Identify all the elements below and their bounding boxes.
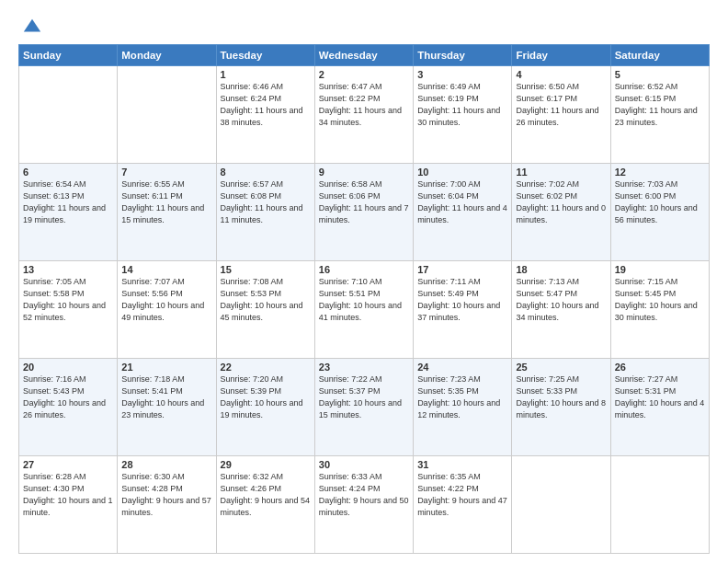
day-cell: 7Sunrise: 6:55 AMSunset: 6:11 PMDaylight… <box>118 164 216 261</box>
page: SundayMondayTuesdayWednesdayThursdayFrid… <box>0 0 728 563</box>
day-info: Sunrise: 6:32 AMSunset: 4:26 PMDaylight:… <box>221 471 311 519</box>
day-number: 19 <box>615 264 705 275</box>
day-info: Sunrise: 7:00 AMSunset: 6:04 PMDaylight:… <box>417 178 507 226</box>
day-info: Sunrise: 7:13 AMSunset: 5:47 PMDaylight:… <box>516 276 606 324</box>
day-cell: 12Sunrise: 7:03 AMSunset: 6:00 PMDayligh… <box>610 164 709 261</box>
day-cell: 16Sunrise: 7:10 AMSunset: 5:51 PMDayligh… <box>314 261 413 359</box>
weekday-header-row: SundayMondayTuesdayWednesdayThursdayFrid… <box>19 45 710 66</box>
logo-icon <box>22 17 42 37</box>
day-cell: 13Sunrise: 7:05 AMSunset: 5:58 PMDayligh… <box>19 261 118 359</box>
day-info: Sunrise: 7:02 AMSunset: 6:02 PMDaylight:… <box>516 178 606 226</box>
day-number: 2 <box>319 69 409 80</box>
day-cell: 1Sunrise: 6:46 AMSunset: 6:24 PMDaylight… <box>216 66 314 164</box>
day-number: 14 <box>121 264 211 275</box>
day-number: 16 <box>319 264 409 275</box>
day-cell: 22Sunrise: 7:20 AMSunset: 5:39 PMDayligh… <box>216 359 314 456</box>
day-number: 3 <box>417 69 507 80</box>
calendar-table: SundayMondayTuesdayWednesdayThursdayFrid… <box>18 44 710 554</box>
day-number: 12 <box>615 167 705 178</box>
weekday-header-monday: Monday <box>118 45 216 66</box>
day-number: 31 <box>417 459 507 470</box>
day-number: 7 <box>121 167 211 178</box>
week-row-1: 1Sunrise: 6:46 AMSunset: 6:24 PMDaylight… <box>19 66 710 164</box>
day-info: Sunrise: 7:27 AMSunset: 5:31 PMDaylight:… <box>615 373 705 421</box>
day-number: 20 <box>23 362 113 373</box>
day-cell: 20Sunrise: 7:16 AMSunset: 5:43 PMDayligh… <box>19 359 118 456</box>
svg-marker-0 <box>24 19 40 32</box>
day-number: 9 <box>319 167 409 178</box>
day-number: 27 <box>23 459 113 470</box>
day-number: 15 <box>221 264 311 275</box>
day-number: 4 <box>516 69 606 80</box>
header <box>18 17 710 35</box>
day-cell: 24Sunrise: 7:23 AMSunset: 5:35 PMDayligh… <box>414 359 512 456</box>
day-number: 13 <box>23 264 113 275</box>
day-number: 6 <box>23 167 113 178</box>
day-cell <box>19 66 118 164</box>
day-number: 28 <box>121 459 211 470</box>
day-cell: 11Sunrise: 7:02 AMSunset: 6:02 PMDayligh… <box>512 164 610 261</box>
day-info: Sunrise: 7:11 AMSunset: 5:49 PMDaylight:… <box>417 276 507 324</box>
day-info: Sunrise: 7:18 AMSunset: 5:41 PMDaylight:… <box>121 373 211 421</box>
day-number: 29 <box>221 459 311 470</box>
day-number: 23 <box>319 362 409 373</box>
day-number: 21 <box>121 362 211 373</box>
day-number: 5 <box>615 69 705 80</box>
day-cell <box>118 66 216 164</box>
week-row-2: 6Sunrise: 6:54 AMSunset: 6:13 PMDaylight… <box>19 164 710 261</box>
day-cell: 28Sunrise: 6:30 AMSunset: 4:28 PMDayligh… <box>118 456 216 554</box>
day-number: 18 <box>516 264 606 275</box>
day-number: 11 <box>516 167 606 178</box>
day-info: Sunrise: 7:20 AMSunset: 5:39 PMDaylight:… <box>221 373 311 421</box>
day-info: Sunrise: 6:50 AMSunset: 6:17 PMDaylight:… <box>516 81 606 129</box>
day-info: Sunrise: 6:47 AMSunset: 6:22 PMDaylight:… <box>319 81 409 129</box>
weekday-header-thursday: Thursday <box>414 45 512 66</box>
day-number: 22 <box>221 362 311 373</box>
day-cell: 3Sunrise: 6:49 AMSunset: 6:19 PMDaylight… <box>414 66 512 164</box>
day-info: Sunrise: 6:52 AMSunset: 6:15 PMDaylight:… <box>615 81 705 129</box>
day-info: Sunrise: 7:25 AMSunset: 5:33 PMDaylight:… <box>516 373 606 421</box>
day-info: Sunrise: 7:08 AMSunset: 5:53 PMDaylight:… <box>221 276 311 324</box>
day-info: Sunrise: 7:23 AMSunset: 5:35 PMDaylight:… <box>417 373 507 421</box>
week-row-4: 20Sunrise: 7:16 AMSunset: 5:43 PMDayligh… <box>19 359 710 456</box>
day-cell: 6Sunrise: 6:54 AMSunset: 6:13 PMDaylight… <box>19 164 118 261</box>
day-info: Sunrise: 6:33 AMSunset: 4:24 PMDaylight:… <box>319 471 409 519</box>
day-cell: 4Sunrise: 6:50 AMSunset: 6:17 PMDaylight… <box>512 66 610 164</box>
day-info: Sunrise: 7:16 AMSunset: 5:43 PMDaylight:… <box>23 373 113 421</box>
day-cell: 8Sunrise: 6:57 AMSunset: 6:08 PMDaylight… <box>216 164 314 261</box>
day-info: Sunrise: 7:22 AMSunset: 5:37 PMDaylight:… <box>319 373 409 421</box>
day-number: 25 <box>516 362 606 373</box>
day-number: 8 <box>221 167 311 178</box>
day-cell: 17Sunrise: 7:11 AMSunset: 5:49 PMDayligh… <box>414 261 512 359</box>
day-number: 10 <box>417 167 507 178</box>
weekday-header-friday: Friday <box>512 45 610 66</box>
day-info: Sunrise: 7:10 AMSunset: 5:51 PMDaylight:… <box>319 276 409 324</box>
day-cell: 21Sunrise: 7:18 AMSunset: 5:41 PMDayligh… <box>118 359 216 456</box>
day-cell: 29Sunrise: 6:32 AMSunset: 4:26 PMDayligh… <box>216 456 314 554</box>
day-cell: 18Sunrise: 7:13 AMSunset: 5:47 PMDayligh… <box>512 261 610 359</box>
day-info: Sunrise: 6:57 AMSunset: 6:08 PMDaylight:… <box>221 178 311 226</box>
day-info: Sunrise: 6:54 AMSunset: 6:13 PMDaylight:… <box>23 178 113 226</box>
day-info: Sunrise: 7:03 AMSunset: 6:00 PMDaylight:… <box>615 178 705 226</box>
day-info: Sunrise: 6:55 AMSunset: 6:11 PMDaylight:… <box>121 178 211 226</box>
day-info: Sunrise: 7:05 AMSunset: 5:58 PMDaylight:… <box>23 276 113 324</box>
day-number: 26 <box>615 362 705 373</box>
day-cell: 23Sunrise: 7:22 AMSunset: 5:37 PMDayligh… <box>314 359 413 456</box>
day-cell: 5Sunrise: 6:52 AMSunset: 6:15 PMDaylight… <box>610 66 709 164</box>
day-cell: 9Sunrise: 6:58 AMSunset: 6:06 PMDaylight… <box>314 164 413 261</box>
day-info: Sunrise: 7:15 AMSunset: 5:45 PMDaylight:… <box>615 276 705 324</box>
day-cell: 26Sunrise: 7:27 AMSunset: 5:31 PMDayligh… <box>610 359 709 456</box>
weekday-header-tuesday: Tuesday <box>216 45 314 66</box>
day-cell <box>512 456 610 554</box>
day-number: 24 <box>417 362 507 373</box>
logo <box>18 17 42 35</box>
day-info: Sunrise: 6:28 AMSunset: 4:30 PMDaylight:… <box>23 471 113 519</box>
day-info: Sunrise: 6:46 AMSunset: 6:24 PMDaylight:… <box>221 81 311 129</box>
week-row-5: 27Sunrise: 6:28 AMSunset: 4:30 PMDayligh… <box>19 456 710 554</box>
day-number: 1 <box>221 69 311 80</box>
weekday-header-wednesday: Wednesday <box>314 45 413 66</box>
day-cell: 27Sunrise: 6:28 AMSunset: 4:30 PMDayligh… <box>19 456 118 554</box>
day-info: Sunrise: 6:35 AMSunset: 4:22 PMDaylight:… <box>417 471 507 519</box>
day-info: Sunrise: 6:49 AMSunset: 6:19 PMDaylight:… <box>417 81 507 129</box>
day-cell: 19Sunrise: 7:15 AMSunset: 5:45 PMDayligh… <box>610 261 709 359</box>
